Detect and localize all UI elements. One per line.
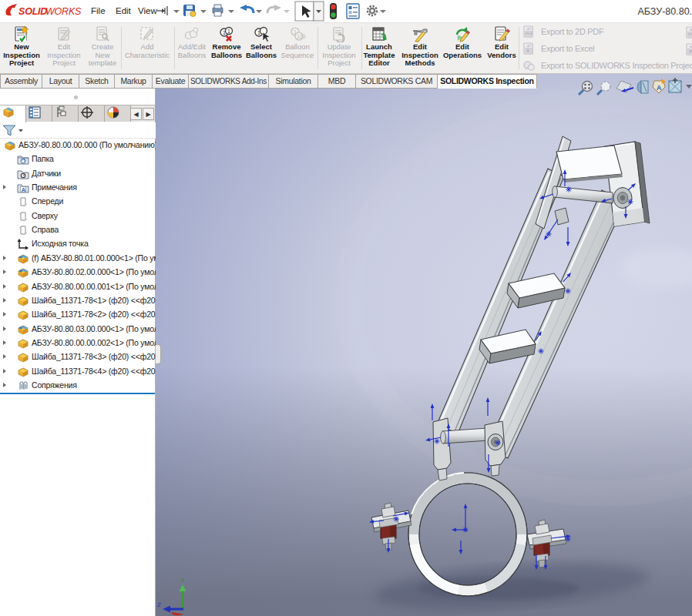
svg-text:PDF: PDF bbox=[688, 32, 692, 36]
svg-text:WORKS: WORKS bbox=[45, 6, 82, 17]
svg-text:PDF: PDF bbox=[526, 32, 532, 35]
svg-text:1: 1 bbox=[223, 30, 226, 35]
svg-text:A: A bbox=[22, 186, 26, 193]
svg-text:1: 1 bbox=[227, 28, 230, 34]
svg-text:Z: Z bbox=[157, 601, 161, 608]
svg-text:Y: Y bbox=[180, 577, 185, 584]
svg-text:123: 123 bbox=[297, 34, 306, 39]
svg-text:A: A bbox=[657, 84, 662, 92]
svg-text:SOLID: SOLID bbox=[18, 6, 47, 17]
svg-text:1: 1 bbox=[257, 30, 260, 35]
